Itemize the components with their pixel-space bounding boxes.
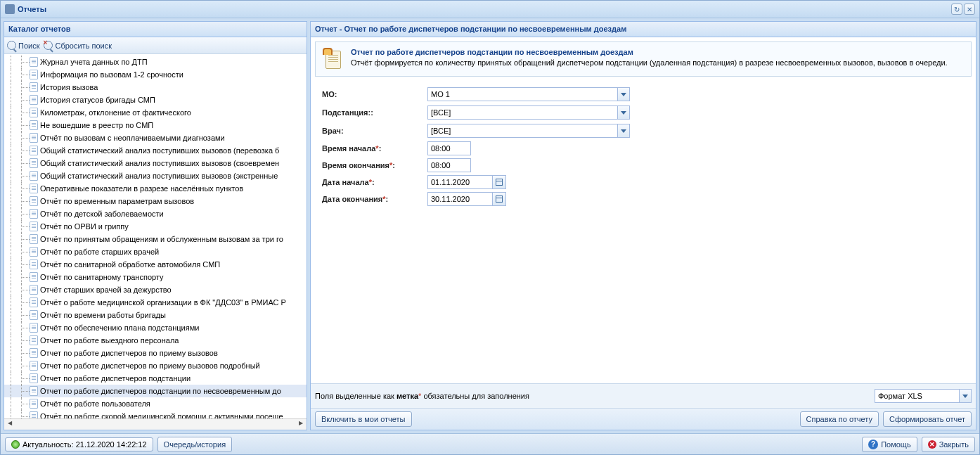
tree-item[interactable]: Общий статистический анализ поступивших …: [4, 144, 307, 157]
tree-item[interactable]: Оперативные показатели в разрезе населён…: [4, 182, 307, 195]
action-bar: Включить в мои отчеты Справка по отчету …: [311, 409, 976, 430]
calendar-icon: [496, 179, 503, 186]
tree-item[interactable]: Отчёт по принятым обращениям и обслуженн…: [4, 233, 307, 245]
tree-item[interactable]: Отчёт старших врачей за дежурство: [4, 283, 307, 296]
tree-item[interactable]: История вызова: [4, 81, 307, 94]
document-icon: [30, 234, 38, 244]
help-button[interactable]: ? Помощь: [862, 437, 917, 452]
tree-item[interactable]: Информация по вызовам 1-2 срочности: [4, 68, 307, 81]
document-icon: [30, 272, 38, 282]
date-end-input[interactable]: [427, 192, 492, 206]
substation-input[interactable]: [427, 105, 617, 120]
tree-item[interactable]: Отчет по работе диспетчеров подстанции: [4, 372, 307, 385]
tree-item-label: Километраж, отклонение от фактического: [40, 108, 191, 117]
tree-item-label: Общий статистический анализ поступивших …: [40, 159, 279, 167]
report-tree[interactable]: Журнал учета данных по ДТПИнформация по …: [4, 54, 307, 418]
mo-dropdown-button[interactable]: [617, 87, 630, 101]
reset-search-link[interactable]: Сбросить поиск: [44, 41, 111, 50]
doctor-dropdown-button[interactable]: [617, 124, 630, 138]
scroll-left-arrow[interactable]: ◀: [4, 420, 15, 430]
substation-combo[interactable]: [427, 105, 630, 120]
tree-item[interactable]: Журнал учета данных по ДТП: [4, 56, 307, 68]
generate-report-button[interactable]: Сформировать отчет: [883, 411, 972, 427]
tree-item[interactable]: Отчет по работе выездного персонала: [4, 334, 307, 347]
scroll-right-arrow[interactable]: ▶: [295, 420, 307, 430]
document-icon: [30, 285, 38, 295]
date-start-field[interactable]: [427, 175, 506, 189]
report-desc-heading: Отчет по работе диспетчеров подстанции п…: [351, 48, 948, 56]
tree-item[interactable]: Общий статистический анализ поступивших …: [4, 157, 307, 169]
date-end-calendar-button[interactable]: [492, 192, 506, 206]
tree-item-label: Информация по вызовам 1-2 срочности: [40, 70, 183, 79]
include-my-reports-button[interactable]: Включить в мои отчеты: [315, 411, 412, 427]
format-input[interactable]: [875, 389, 959, 403]
mo-input[interactable]: [427, 87, 617, 101]
horizontal-scrollbar[interactable]: ◀ ▶: [4, 418, 307, 430]
doctor-input[interactable]: [427, 124, 617, 138]
tree-item-label: Отчёт по ОРВИ и гриппу: [40, 222, 129, 231]
date-end-field[interactable]: [427, 192, 506, 206]
date-start-calendar-button[interactable]: [492, 175, 506, 189]
document-icon: [30, 95, 38, 105]
tree-item-label: Отчёт по работе старших врачей: [40, 248, 159, 256]
tree-item[interactable]: Отчёт по временным параметрам вызовов: [4, 195, 307, 207]
tree-item-label: Отчёт по работе скорой медицинской помощ…: [40, 412, 283, 418]
substation-dropdown-button[interactable]: [617, 105, 630, 120]
document-icon: [30, 411, 38, 418]
tree-item-label: История вызова: [40, 83, 98, 91]
refresh-button[interactable]: ↻: [951, 4, 962, 15]
tree-item-label: Отчёт старших врачей за дежурство: [40, 286, 172, 294]
format-dropdown-button[interactable]: [959, 389, 972, 403]
document-icon: [30, 209, 38, 219]
search-link[interactable]: Поиск: [7, 41, 39, 50]
status-actual-text: Актуальность: 21.12.2020 14:22:12: [22, 440, 147, 449]
tree-item[interactable]: Отчёт по детской заболеваемости: [4, 207, 307, 220]
mo-combo[interactable]: [427, 86, 630, 102]
hint-text: Поля выделенные как метка* обязательны д…: [315, 392, 869, 400]
tree-item-label: Отчет по работе выездного персонала: [40, 336, 179, 345]
tree-item[interactable]: История статусов бригады СМП: [4, 94, 307, 106]
tree-item[interactable]: Отчёт по времени работы бригады: [4, 309, 307, 321]
tree-item-label: Отчет по работе диспетчеров по приему вы…: [40, 349, 218, 357]
report-desc-text: Отчёт формируется по количеству принятых…: [351, 58, 948, 67]
tree-item[interactable]: Километраж, отклонение от фактического: [4, 106, 307, 119]
tree-item[interactable]: Отчёт по санитарной обработке автомобиля…: [4, 258, 307, 271]
tree-item[interactable]: Отчет по работе диспетчеров по приему вы…: [4, 347, 307, 359]
date-start-input[interactable]: [427, 175, 492, 189]
document-icon: [30, 82, 38, 92]
time-end-input[interactable]: [427, 158, 471, 172]
close-button[interactable]: ✕ Закрыть: [922, 437, 975, 452]
reset-search-icon: [44, 41, 53, 50]
format-combo[interactable]: [875, 388, 972, 404]
tree-item[interactable]: Отчёт по ОРВИ и гриппу: [4, 220, 307, 233]
help-icon: ?: [868, 440, 878, 449]
tree-item[interactable]: Отчёт по санитарному транспорту: [4, 271, 307, 283]
tree-item[interactable]: Отчёт о работе медицинской организации в…: [4, 296, 307, 309]
tree-item[interactable]: Отчет по работе диспетчеров по приему вы…: [4, 359, 307, 372]
doctor-combo[interactable]: [427, 123, 630, 139]
document-icon: [30, 133, 38, 143]
tree-item[interactable]: Отчет по работе диспетчеров подстанции п…: [4, 385, 307, 397]
report-title: Отчет - Отчет по работе диспетчеров подс…: [311, 22, 976, 37]
tree-item-label: Отчёт по санитарному транспорту: [40, 273, 164, 281]
tree-item[interactable]: Отчёт по обеспечению плана подстанциями: [4, 321, 307, 334]
status-actual: Актуальность: 21.12.2020 14:22:12: [5, 437, 153, 451]
tree-item[interactable]: Не вошедшие в реестр по СМП: [4, 119, 307, 132]
report-help-button[interactable]: Справка по отчету: [800, 411, 879, 427]
close-window-button[interactable]: ✕: [964, 4, 975, 15]
tree-item[interactable]: Отчёт по вызовам с неоплачиваемыми диагн…: [4, 132, 307, 144]
document-icon: [30, 310, 38, 320]
close-icon: ✕: [928, 440, 936, 449]
tree-item[interactable]: Общий статистический анализ поступивших …: [4, 169, 307, 182]
tree-item[interactable]: Отчёт по работе старших врачей: [4, 245, 307, 258]
report-form: МО: Подстанция:: Врач:: [311, 81, 976, 383]
time-start-label: Время начала*:: [322, 144, 427, 153]
time-start-input[interactable]: [427, 141, 471, 155]
queue-history-button[interactable]: Очередь/история: [157, 437, 233, 452]
doctor-label: Врач:: [322, 127, 427, 135]
calendar-icon: [496, 196, 503, 203]
date-end-label: Дата окончания*:: [322, 195, 427, 203]
tree-item[interactable]: Отчёт по работе пользователя: [4, 397, 307, 410]
tree-item[interactable]: Отчёт по работе скорой медицинской помощ…: [4, 410, 307, 418]
tree-item-label: Отчёт по вызовам с неоплачиваемыми диагн…: [40, 134, 225, 142]
